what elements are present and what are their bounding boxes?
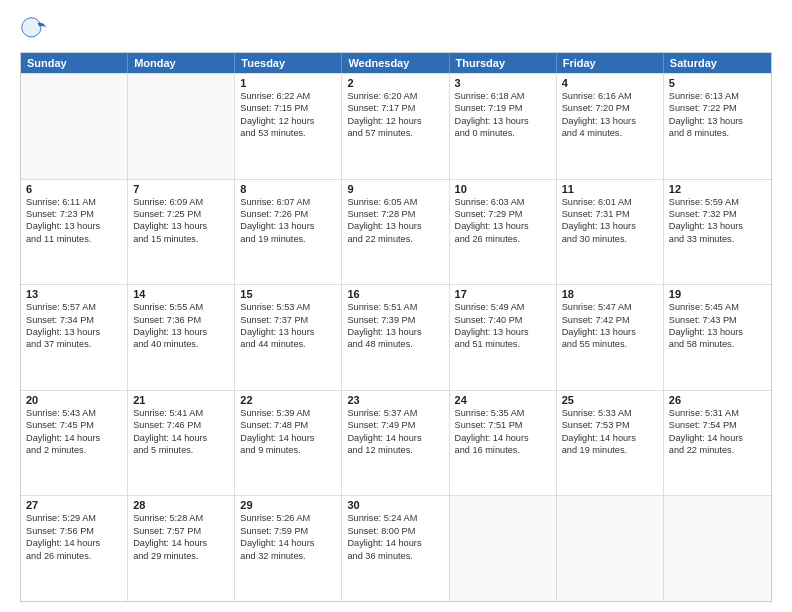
day-cell-20: 20Sunrise: 5:43 AMSunset: 7:45 PMDayligh… xyxy=(21,391,128,496)
empty-cell xyxy=(450,496,557,601)
cell-line: Sunrise: 6:09 AM xyxy=(133,196,229,208)
cell-line: Sunrise: 5:43 AM xyxy=(26,407,122,419)
header-day-wednesday: Wednesday xyxy=(342,53,449,73)
calendar-body: 1Sunrise: 6:22 AMSunset: 7:15 PMDaylight… xyxy=(21,73,771,601)
day-cell-18: 18Sunrise: 5:47 AMSunset: 7:42 PMDayligh… xyxy=(557,285,664,390)
cell-line: Sunset: 7:54 PM xyxy=(669,419,766,431)
cell-line: Sunrise: 5:55 AM xyxy=(133,301,229,313)
day-number: 12 xyxy=(669,183,766,195)
cell-line: Sunrise: 5:33 AM xyxy=(562,407,658,419)
cell-line: Daylight: 14 hours xyxy=(26,432,122,444)
cell-line: and 53 minutes. xyxy=(240,127,336,139)
cell-line: and 37 minutes. xyxy=(26,338,122,350)
day-number: 21 xyxy=(133,394,229,406)
cell-line: and 30 minutes. xyxy=(562,233,658,245)
cell-line: Sunrise: 6:05 AM xyxy=(347,196,443,208)
cell-line: Sunset: 7:45 PM xyxy=(26,419,122,431)
cell-line: Sunrise: 6:03 AM xyxy=(455,196,551,208)
cell-line: and 15 minutes. xyxy=(133,233,229,245)
day-cell-17: 17Sunrise: 5:49 AMSunset: 7:40 PMDayligh… xyxy=(450,285,557,390)
cell-line: Daylight: 13 hours xyxy=(455,220,551,232)
cell-line: Sunrise: 5:31 AM xyxy=(669,407,766,419)
cell-line: Sunrise: 6:07 AM xyxy=(240,196,336,208)
header-day-friday: Friday xyxy=(557,53,664,73)
cell-line: Daylight: 14 hours xyxy=(347,537,443,549)
cell-line: Sunrise: 6:01 AM xyxy=(562,196,658,208)
cell-line: and 22 minutes. xyxy=(347,233,443,245)
cell-line: Sunset: 7:15 PM xyxy=(240,102,336,114)
empty-cell xyxy=(21,74,128,179)
cell-line: Sunrise: 6:16 AM xyxy=(562,90,658,102)
cell-line: and 22 minutes. xyxy=(669,444,766,456)
cell-line: Sunset: 7:17 PM xyxy=(347,102,443,114)
day-cell-19: 19Sunrise: 5:45 AMSunset: 7:43 PMDayligh… xyxy=(664,285,771,390)
cell-line: and 4 minutes. xyxy=(562,127,658,139)
day-cell-3: 3Sunrise: 6:18 AMSunset: 7:19 PMDaylight… xyxy=(450,74,557,179)
day-cell-2: 2Sunrise: 6:20 AMSunset: 7:17 PMDaylight… xyxy=(342,74,449,179)
header-day-sunday: Sunday xyxy=(21,53,128,73)
day-cell-21: 21Sunrise: 5:41 AMSunset: 7:46 PMDayligh… xyxy=(128,391,235,496)
cell-line: Daylight: 13 hours xyxy=(347,220,443,232)
cell-line: and 19 minutes. xyxy=(240,233,336,245)
cell-line: Sunrise: 6:13 AM xyxy=(669,90,766,102)
cell-line: Daylight: 14 hours xyxy=(347,432,443,444)
cell-line: Sunrise: 5:28 AM xyxy=(133,512,229,524)
day-cell-16: 16Sunrise: 5:51 AMSunset: 7:39 PMDayligh… xyxy=(342,285,449,390)
cell-line: Daylight: 13 hours xyxy=(455,326,551,338)
cell-line: Sunrise: 5:47 AM xyxy=(562,301,658,313)
cell-line: Sunset: 7:42 PM xyxy=(562,314,658,326)
calendar-row-1: 6Sunrise: 6:11 AMSunset: 7:23 PMDaylight… xyxy=(21,179,771,285)
day-number: 22 xyxy=(240,394,336,406)
svg-point-0 xyxy=(22,18,41,37)
cell-line: Sunset: 7:53 PM xyxy=(562,419,658,431)
day-cell-29: 29Sunrise: 5:26 AMSunset: 7:59 PMDayligh… xyxy=(235,496,342,601)
calendar-row-4: 27Sunrise: 5:29 AMSunset: 7:56 PMDayligh… xyxy=(21,495,771,601)
day-cell-14: 14Sunrise: 5:55 AMSunset: 7:36 PMDayligh… xyxy=(128,285,235,390)
day-number: 5 xyxy=(669,77,766,89)
header-day-saturday: Saturday xyxy=(664,53,771,73)
cell-line: and 55 minutes. xyxy=(562,338,658,350)
day-number: 19 xyxy=(669,288,766,300)
cell-line: Sunrise: 5:24 AM xyxy=(347,512,443,524)
cell-line: and 26 minutes. xyxy=(455,233,551,245)
cell-line: Daylight: 13 hours xyxy=(26,220,122,232)
cell-line: Sunset: 7:48 PM xyxy=(240,419,336,431)
day-number: 26 xyxy=(669,394,766,406)
cell-line: and 8 minutes. xyxy=(669,127,766,139)
cell-line: Sunrise: 5:26 AM xyxy=(240,512,336,524)
cell-line: Sunset: 7:40 PM xyxy=(455,314,551,326)
logo xyxy=(20,16,52,44)
day-number: 9 xyxy=(347,183,443,195)
cell-line: Sunset: 7:29 PM xyxy=(455,208,551,220)
logo-icon xyxy=(20,16,48,44)
day-number: 6 xyxy=(26,183,122,195)
cell-line: Sunrise: 5:45 AM xyxy=(669,301,766,313)
cell-line: Daylight: 13 hours xyxy=(669,326,766,338)
day-cell-28: 28Sunrise: 5:28 AMSunset: 7:57 PMDayligh… xyxy=(128,496,235,601)
cell-line: and 36 minutes. xyxy=(347,550,443,562)
cell-line: Sunrise: 5:51 AM xyxy=(347,301,443,313)
cell-line: Sunrise: 5:41 AM xyxy=(133,407,229,419)
cell-line: Sunrise: 5:39 AM xyxy=(240,407,336,419)
cell-line: Daylight: 13 hours xyxy=(562,220,658,232)
cell-line: Sunset: 8:00 PM xyxy=(347,525,443,537)
day-cell-9: 9Sunrise: 6:05 AMSunset: 7:28 PMDaylight… xyxy=(342,180,449,285)
cell-line: Sunrise: 6:20 AM xyxy=(347,90,443,102)
day-cell-24: 24Sunrise: 5:35 AMSunset: 7:51 PMDayligh… xyxy=(450,391,557,496)
day-number: 15 xyxy=(240,288,336,300)
cell-line: and 48 minutes. xyxy=(347,338,443,350)
day-number: 11 xyxy=(562,183,658,195)
cell-line: Daylight: 13 hours xyxy=(26,326,122,338)
day-cell-25: 25Sunrise: 5:33 AMSunset: 7:53 PMDayligh… xyxy=(557,391,664,496)
day-number: 7 xyxy=(133,183,229,195)
day-cell-7: 7Sunrise: 6:09 AMSunset: 7:25 PMDaylight… xyxy=(128,180,235,285)
cell-line: and 57 minutes. xyxy=(347,127,443,139)
cell-line: and 9 minutes. xyxy=(240,444,336,456)
cell-line: Daylight: 14 hours xyxy=(133,537,229,549)
cell-line: Sunset: 7:57 PM xyxy=(133,525,229,537)
calendar-row-3: 20Sunrise: 5:43 AMSunset: 7:45 PMDayligh… xyxy=(21,390,771,496)
cell-line: Sunset: 7:51 PM xyxy=(455,419,551,431)
day-cell-13: 13Sunrise: 5:57 AMSunset: 7:34 PMDayligh… xyxy=(21,285,128,390)
cell-line: Sunset: 7:20 PM xyxy=(562,102,658,114)
day-number: 3 xyxy=(455,77,551,89)
